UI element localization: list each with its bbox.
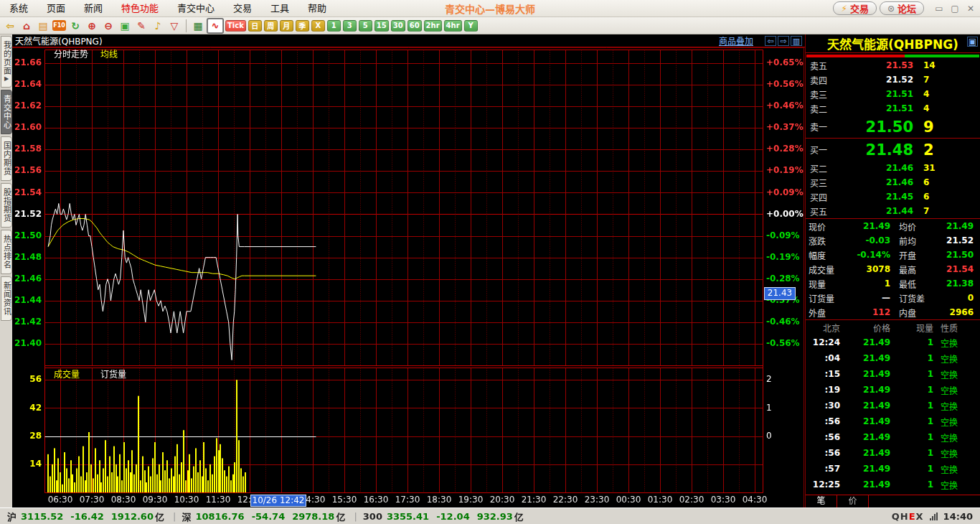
bid-row-5[interactable]: 买五21.447 — [806, 204, 980, 218]
sidebar-tab-2[interactable]: 青交中心 — [1, 90, 12, 134]
menu-item-7[interactable]: 工具 — [261, 0, 298, 17]
menu-item-5[interactable]: 青交中心 — [168, 0, 224, 17]
filter-icon[interactable]: ▽ — [167, 19, 182, 32]
tick-col-header: 北京 — [806, 322, 840, 334]
bid-row-4[interactable]: 买四21.456 — [806, 190, 980, 204]
level-label: 买一 — [806, 144, 843, 156]
sidebar-tab-6[interactable]: 新闻资讯 — [1, 276, 12, 321]
period-button-x[interactable]: X — [311, 20, 325, 32]
overlay-link[interactable]: 商品叠加 — [719, 34, 753, 47]
back-icon[interactable]: ⇦ — [3, 19, 17, 32]
tick-time: :56 — [806, 448, 840, 458]
chart-view-button[interactable]: ∿ — [207, 19, 223, 33]
ask-row-2[interactable]: 卖二21.514 — [806, 101, 980, 116]
menu-item-3[interactable]: 新闻 — [75, 0, 112, 17]
stat-label: 订货量 — [806, 292, 839, 304]
tick-price: 21.49 — [840, 401, 890, 411]
period-button-3[interactable]: 3 — [343, 20, 357, 32]
period-button-60[interactable]: 60 — [407, 20, 422, 32]
bid-row-2[interactable]: 买二21.4631 — [806, 161, 980, 175]
tick-row: :5621.491空换 — [806, 445, 980, 461]
index-value: 10816.76 — [195, 511, 244, 522]
tick-col-header: 现量 — [890, 322, 933, 334]
panel-maximize-icon[interactable]: ▣ — [967, 37, 978, 47]
period-button-15[interactable]: 15 — [374, 20, 389, 32]
home-icon[interactable]: ⌂ — [19, 19, 34, 32]
menu-item-4[interactable]: 特色功能 — [112, 0, 168, 17]
split-view-button[interactable]: ▥ — [791, 36, 802, 46]
quote-table-button[interactable]: ▦ — [191, 19, 205, 32]
close-button[interactable]: ✕ — [966, 4, 976, 14]
minimize-button[interactable]: ▭ — [934, 4, 944, 14]
tick-row: :0421.491空换 — [806, 350, 980, 366]
next-contract-button[interactable]: ⇨ — [778, 36, 789, 46]
alert-bell-icon[interactable]: ♪ — [151, 19, 165, 32]
level-price: 21.50 — [843, 118, 913, 136]
period-button-5[interactable]: 5 — [359, 20, 372, 32]
menu-items: 系统页面新闻特色功能青交中心交易工具帮助 — [0, 0, 336, 17]
period-button-月[interactable]: 月 — [280, 20, 293, 32]
level-price: 21.51 — [843, 103, 913, 113]
stat-label: 最高 — [890, 263, 928, 276]
sidebar-tab-1[interactable]: 我的页面▶ — [1, 36, 12, 88]
stat-row: 外盘112内盘2966 — [806, 305, 980, 319]
menu-item-1[interactable]: 系统 — [0, 0, 37, 17]
tick-type: 空换 — [933, 447, 958, 459]
tick-col-header: 价格 — [840, 322, 890, 334]
menu-item-2[interactable]: 页面 — [37, 0, 75, 17]
bid-row-3[interactable]: 买三21.466 — [806, 175, 980, 190]
stat-row: 成交量3078最高21.54 — [806, 262, 980, 276]
lightning-icon: ⚡ — [841, 4, 847, 14]
period-button-30[interactable]: 30 — [391, 20, 405, 32]
index-amount-unit: 亿 — [155, 510, 164, 523]
f10-info-icon[interactable]: F10 — [52, 20, 66, 31]
period-button-4hr[interactable]: 4hr — [444, 20, 462, 32]
period-button-tick[interactable]: Tick — [225, 20, 246, 32]
zoom-in-icon[interactable]: ⊕ — [85, 19, 99, 32]
tick-type: 空换 — [933, 368, 958, 380]
draw-line-icon[interactable]: ✎ — [134, 19, 149, 32]
period-button-日[interactable]: 日 — [248, 20, 262, 32]
ask-row-3[interactable]: 卖三21.514 — [806, 87, 980, 101]
level-price: 21.44 — [843, 206, 913, 216]
tick-price: 21.49 — [840, 369, 890, 379]
period-button-y[interactable]: Y — [464, 20, 478, 32]
period-button-周[interactable]: 周 — [264, 20, 278, 32]
period-button-季[interactable]: 季 — [296, 20, 309, 32]
tick-price: 21.49 — [840, 353, 890, 363]
stat-label: 订货差 — [890, 292, 928, 304]
menu-item-6[interactable]: 交易 — [224, 0, 261, 17]
menu-item-8[interactable]: 帮助 — [298, 0, 336, 17]
sidebar-tab-3[interactable]: 国内期货 — [1, 136, 12, 181]
level-price: 21.45 — [843, 192, 913, 202]
level-qty: 6 — [913, 177, 929, 187]
news-icon[interactable]: ▤ — [36, 19, 50, 32]
ask-row-1[interactable]: 卖一21.509 — [806, 116, 980, 138]
tick-qty: 1 — [890, 401, 933, 411]
tick-qty: 1 — [890, 479, 933, 490]
prev-contract-button[interactable]: ⇦ — [765, 36, 776, 46]
period-button-1[interactable]: 1 — [327, 20, 341, 32]
stat-label: 涨跌 — [806, 235, 839, 247]
tick-tab-1[interactable]: 笔 — [806, 495, 837, 507]
sidebar-tab-5[interactable]: 热点排名 — [1, 230, 12, 274]
sidebar-tab-4[interactable]: 股指期货 — [1, 183, 12, 228]
app-window: 系统页面新闻特色功能青交中心交易工具帮助 青交中心—博易大师 ⚡ 交易 ⊙ 论坛… — [0, 0, 980, 524]
bid-row-1[interactable]: 买一21.482 — [806, 139, 980, 161]
trade-button[interactable]: ⚡ 交易 — [833, 1, 876, 15]
index-quotes: 沪3115.52-16.421912.60亿|深10816.76-54.7429… — [6, 510, 528, 523]
intraday-chart[interactable] — [12, 47, 805, 507]
maximize-button[interactable]: ▢ — [950, 4, 960, 14]
period-button-2hr[interactable]: 2hr — [424, 20, 442, 32]
ask-row-5[interactable]: 卖五21.5314 — [806, 58, 980, 72]
overlay-icon[interactable]: ▣ — [118, 19, 132, 32]
tick-qty: 1 — [890, 432, 933, 442]
tick-qty: 1 — [890, 464, 933, 474]
level-qty: 31 — [913, 163, 936, 173]
toolbar: ⇦⌂▤F10↻⊕⊖▣✎♪▽▦∿Tick日周月季X1351530602hr4hrY — [0, 17, 980, 34]
forum-button[interactable]: ⊙ 论坛 — [880, 1, 924, 15]
refresh-icon[interactable]: ↻ — [68, 19, 83, 32]
ask-row-4[interactable]: 卖四21.527 — [806, 72, 980, 87]
tick-tab-2[interactable]: 价 — [837, 495, 869, 507]
zoom-out-icon[interactable]: ⊖ — [101, 19, 116, 32]
